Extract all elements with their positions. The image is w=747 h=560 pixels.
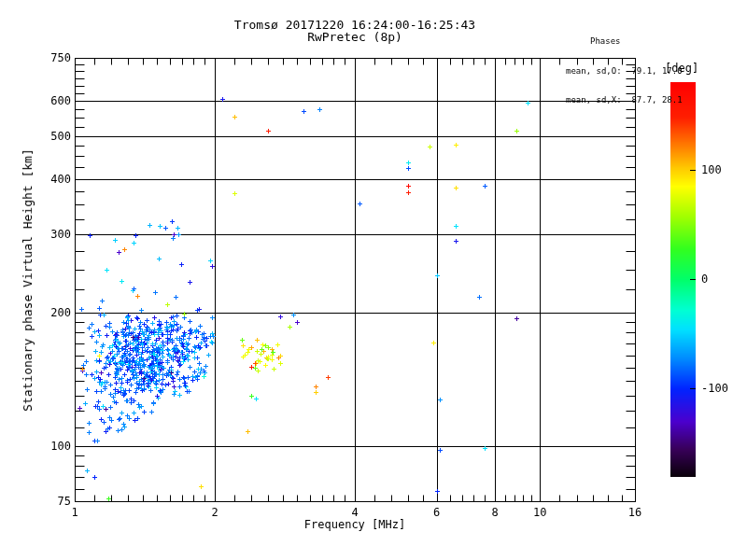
y-tick-label: 100 xyxy=(35,441,71,452)
x-tick-label: 2 xyxy=(196,507,233,518)
tick-labels-layer: 124681016751002003004005006007501000-100 xyxy=(0,0,747,560)
y-tick-label: 600 xyxy=(35,95,71,106)
x-tick-label: 10 xyxy=(521,507,558,518)
x-tick-label: 6 xyxy=(418,507,456,518)
y-tick-label: 300 xyxy=(35,229,71,240)
x-tick-label: 8 xyxy=(476,507,514,518)
y-tick-label: 750 xyxy=(35,52,71,63)
ionogram-plot-page: Tromsø 20171220 16:24:00-16:25:43 RwPret… xyxy=(0,0,747,560)
x-tick-label: 4 xyxy=(336,507,374,518)
y-tick-label: 400 xyxy=(35,174,71,185)
y-tick-label: 500 xyxy=(35,131,71,142)
y-tick-label: 200 xyxy=(35,307,71,318)
colorbar-tick-label: -100 xyxy=(701,383,740,394)
y-tick-label: 75 xyxy=(35,496,71,507)
x-tick-label: 16 xyxy=(616,507,654,518)
colorbar-tick-label: 0 xyxy=(701,273,740,285)
x-tick-label: 1 xyxy=(56,507,93,518)
colorbar-tick-label: 100 xyxy=(701,164,740,175)
